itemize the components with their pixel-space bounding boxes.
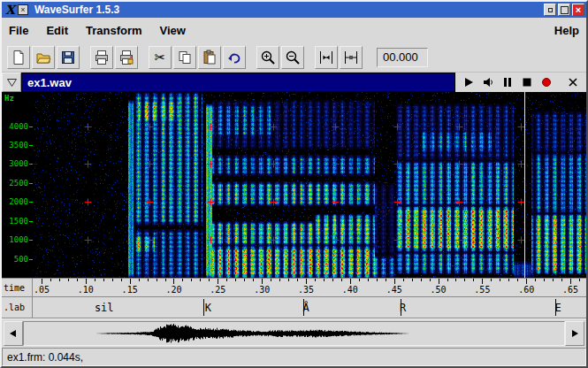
wavesurfer-window: X × WaveSurfer 1.5.3 × File Edit Transfo… <box>0 0 588 368</box>
time-tick <box>377 279 378 281</box>
time-tick <box>579 279 580 281</box>
menu-help[interactable]: Help <box>554 24 579 37</box>
spectrogram-pane[interactable] <box>33 92 586 278</box>
segment-label[interactable]: E <box>554 302 561 314</box>
label-tier-row: .lab silKÅRE <box>2 297 586 318</box>
time-tick-label: .05 <box>34 285 50 295</box>
spectrogram-section: Hz 4000350030002500200015001000500 <box>2 92 586 278</box>
play-button[interactable] <box>461 75 477 89</box>
print-setup-icon <box>118 50 134 65</box>
time-tick-label: .10 <box>78 285 94 295</box>
stop-icon <box>521 76 533 88</box>
time-tick <box>447 279 448 281</box>
time-tick <box>288 279 289 281</box>
minimize-button[interactable] <box>544 4 556 16</box>
pane-title-bar[interactable]: ex1.wav <box>21 73 455 92</box>
frequency-axis: Hz 4000350030002500200015001000500 <box>2 92 33 278</box>
time-tick-label: .30 <box>254 285 270 295</box>
title-bar[interactable]: X × WaveSurfer 1.5.3 × <box>2 2 586 18</box>
pause-icon <box>501 76 514 88</box>
segment-label[interactable]: R <box>400 302 406 314</box>
time-tick <box>253 279 254 281</box>
pane-header: ex1.wav <box>2 73 586 92</box>
time-tick <box>306 279 307 284</box>
zoom-out-button[interactable] <box>281 46 304 69</box>
print-setup-button[interactable] <box>115 46 138 69</box>
pane-menu-button[interactable] <box>2 73 21 92</box>
zoom-all-button[interactable] <box>340 46 363 69</box>
time-tick <box>130 279 131 284</box>
time-tick <box>341 279 342 281</box>
scroll-left-button[interactable] <box>4 321 23 346</box>
time-tick-label: .20 <box>165 285 181 295</box>
time-tick <box>226 279 227 281</box>
time-tick-label: .65 <box>562 285 578 295</box>
print-icon <box>94 50 110 65</box>
scroll-right-button[interactable] <box>565 321 584 346</box>
menu-bar: File Edit Transform View Help <box>2 18 586 42</box>
label-tier-name: .lab <box>4 303 25 312</box>
maximize-button[interactable] <box>558 4 570 16</box>
time-tick <box>59 279 60 281</box>
time-tick <box>121 279 122 281</box>
menu-view[interactable]: View <box>160 24 186 37</box>
stop-button[interactable] <box>519 75 535 89</box>
pane-filename: ex1.wav <box>27 76 72 89</box>
undo-button[interactable] <box>223 46 246 69</box>
window-title: WaveSurfer 1.5.3 <box>34 4 541 16</box>
overview-waveform-canvas[interactable] <box>24 322 564 345</box>
save-file-button[interactable] <box>57 46 80 69</box>
segment-label[interactable]: sil <box>95 302 114 314</box>
zoom-selection-icon <box>318 50 334 65</box>
toolbar: ✂ 00.000 <box>2 42 586 73</box>
time-tick <box>386 279 386 281</box>
spectrogram-canvas[interactable] <box>33 92 586 278</box>
menu-file[interactable]: File <box>9 24 28 37</box>
record-icon <box>540 76 553 88</box>
time-tick <box>139 279 140 281</box>
time-tick-label: .55 <box>474 285 490 295</box>
label-tier[interactable]: silKÅRE <box>33 297 586 318</box>
time-tick <box>359 279 360 281</box>
cut-button[interactable]: ✂ <box>149 46 172 69</box>
record-button[interactable] <box>538 75 554 89</box>
scrollbar-trough[interactable] <box>23 321 565 346</box>
segment-label[interactable]: Å <box>302 302 309 314</box>
menu-edit[interactable]: Edit <box>46 24 68 37</box>
close-button[interactable]: × <box>572 4 584 16</box>
open-file-button[interactable] <box>32 46 55 69</box>
menu-transform[interactable]: Transform <box>86 24 142 37</box>
time-tick <box>103 279 104 281</box>
time-axis[interactable]: .05.10.15.20.25.30.35.40.45.50.55.60.65 <box>33 279 586 296</box>
new-file-button[interactable] <box>7 46 30 69</box>
transport-controls <box>455 73 586 92</box>
pane-close-icon <box>567 76 579 88</box>
play-cursor-button[interactable] <box>480 75 496 89</box>
zoom-in-button[interactable] <box>256 46 279 69</box>
pane-close-button[interactable] <box>565 75 581 89</box>
pane-menu-triangle-icon <box>6 78 18 88</box>
frequency-unit-label: Hz <box>4 94 14 103</box>
time-tick <box>42 279 42 284</box>
pause-button[interactable] <box>500 75 515 89</box>
copy-button[interactable] <box>173 46 196 69</box>
time-tick <box>68 279 69 281</box>
time-tick <box>500 279 500 281</box>
time-tick <box>482 279 483 284</box>
time-tick <box>244 279 245 281</box>
time-tick <box>297 279 298 281</box>
segment-label[interactable]: K <box>205 302 211 314</box>
status-bar: ex1.frm: 0.044s, <box>2 348 586 366</box>
undo-icon <box>226 50 242 65</box>
time-tick <box>491 279 492 281</box>
window-menu-icon[interactable]: × <box>18 4 28 15</box>
time-tick <box>439 279 439 284</box>
time-tick-label: .40 <box>342 285 358 295</box>
print-button[interactable] <box>90 46 113 69</box>
paste-button[interactable] <box>198 46 221 69</box>
time-tick-label: .60 <box>518 285 534 295</box>
time-tick <box>157 279 157 281</box>
time-tick <box>77 279 78 281</box>
waveform-scrollbar[interactable] <box>2 318 586 348</box>
zoom-selection-button[interactable] <box>315 46 338 69</box>
